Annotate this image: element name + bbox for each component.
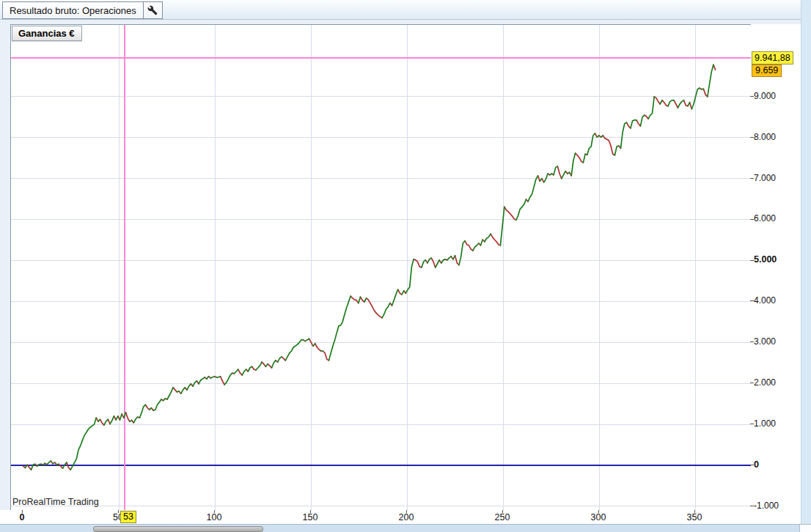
y-tick-label: -1.000 [754,500,779,511]
y-tick-label: 6.000 [754,213,776,223]
y-tick-label: 4.000 [754,295,776,306]
y-tick-label: 2.000 [754,377,776,388]
x-tick-label: 150 [303,512,318,522]
x-tick-label: 350 [687,512,702,522]
legend-chip[interactable]: Ganancias € [12,26,82,41]
equity-curve-canvas[interactable] [11,25,751,510]
y-tick-label: 1.000 [754,418,776,429]
tab-resultado-bruto[interactable]: Resultado bruto: Operaciones [2,1,163,19]
cursor-y-value-chip: 9.941,88 [752,51,793,64]
y-tick-label: 9.000 [754,91,776,101]
y-tick-label: 8.000 [754,132,776,142]
x-tick-label: 250 [495,512,510,522]
prorealtime-window: Resultado bruto: Operaciones Ganancias €… [0,0,811,532]
x-tick-label: 0 [20,512,25,522]
y-tick-label: 7.000 [754,173,776,183]
prorealtime-watermark: ProRealTime Trading [12,497,99,507]
wrench-icon [147,5,158,15]
cursor-x-value-chip: 53 [120,511,136,523]
scrollbar-corner [799,525,811,532]
horizontal-scrollbar-thumb[interactable] [93,526,263,532]
y-tick-label: 5.000 [754,254,777,265]
last-value-chip: 9.659 [752,64,782,77]
right-scroll-strip[interactable] [801,0,811,524]
legend-label: Ganancias € [18,28,75,39]
y-tick-label: 0 [754,459,759,470]
x-tick-label: 300 [591,512,606,522]
wrench-settings-button[interactable] [144,2,162,18]
x-tick-label: 200 [399,512,414,522]
tab-label: Resultado bruto: Operaciones [3,5,143,16]
x-tick-label: 100 [207,512,222,522]
chart-plot-area[interactable]: Ganancias € ProRealTime Trading [10,24,752,511]
tab-bar: Resultado bruto: Operaciones [0,0,811,20]
y-tick-label: 3.000 [754,336,776,347]
